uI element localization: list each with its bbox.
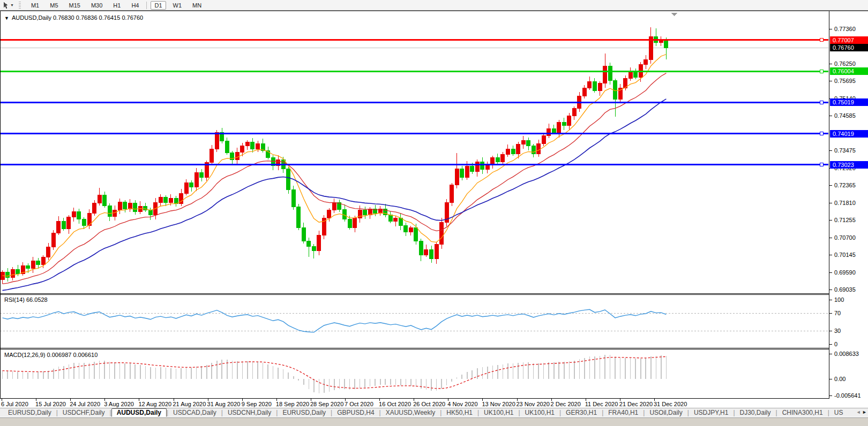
collapse-caret-icon[interactable]: ▼ — [4, 16, 9, 21]
tab-scroll-left-icon[interactable]: ◄ — [856, 409, 861, 415]
rsi-axis-label: 70 — [834, 310, 841, 316]
rsi-axis-tick — [829, 344, 832, 345]
tab-ger30-h1[interactable]: GER30,H1 — [561, 409, 602, 416]
symbol-period-label: AUDUSD,Daily — [12, 14, 51, 21]
status-strip — [0, 417, 868, 426]
timeframe-button-mn[interactable]: MN — [189, 1, 205, 10]
macd-axis-tick — [829, 395, 832, 396]
timeframe-button-w1[interactable]: W1 — [169, 1, 186, 10]
tab-us[interactable]: US — [829, 409, 848, 416]
candlestick-chart[interactable] — [0, 0, 829, 399]
price-tick — [829, 116, 832, 116]
price-tick-label: 0.72365 — [834, 182, 856, 188]
tab-audusd-daily[interactable]: AUDUSD,Daily — [111, 408, 167, 417]
timeframe-button-m5[interactable]: M5 — [46, 1, 62, 10]
date-label: 26 Oct 2020 — [413, 401, 445, 407]
date-label: 24 Jul 2020 — [70, 401, 100, 407]
rsi-value: 66.0528 — [26, 296, 48, 303]
toolbar-grip[interactable] — [19, 2, 21, 9]
price-tick-label: 0.74585 — [834, 112, 856, 119]
date-label: 13 Nov 2020 — [482, 401, 515, 407]
rsi-axis-tick — [829, 300, 832, 300]
tab-uk100-h1[interactable]: UK100,H1 — [479, 409, 518, 416]
macd-indicator-label: MACD(12,26,9) 0.006987 0.006610 — [4, 352, 98, 358]
rsi-indicator-label: RSI(14) 66.0528 — [4, 296, 48, 303]
date-label: 21 Aug 2020 — [173, 401, 206, 407]
tab-gbpusd-h4[interactable]: GBPUSD,H4 — [332, 409, 379, 416]
charts-cursor-tool-icon[interactable] — [2, 2, 10, 9]
date-label: 18 Sep 2020 — [276, 401, 309, 407]
price-tick-label: 0.75695 — [834, 78, 856, 84]
timeframe-button-h1[interactable]: H1 — [109, 1, 124, 10]
price-tick-label: 0.70145 — [834, 252, 856, 258]
price-tick — [829, 272, 832, 273]
date-label: 15 Jul 2020 — [35, 401, 66, 407]
timeframe-button-d1[interactable]: D1 — [151, 1, 166, 10]
tab-usdcnh-daily[interactable]: USDCNH,Daily — [223, 409, 276, 416]
price-tick — [829, 185, 832, 186]
tab-usoil-daily[interactable]: USOil,Daily — [645, 409, 687, 416]
price-marker-0.75019: 0.75019 — [830, 98, 868, 106]
price-axis[interactable]: 0.773600.762500.756950.751400.745850.734… — [829, 11, 868, 399]
price-tick-label: 0.71810 — [834, 200, 856, 206]
date-label: 2 Dec 2020 — [551, 401, 581, 407]
macd-axis-label: -0.005641 — [834, 392, 861, 399]
macd-axis-label: 0.008633 — [834, 351, 859, 357]
tab-scroll-right-icon[interactable]: ► — [862, 409, 867, 415]
price-marker-0.77007: 0.77007 — [830, 36, 868, 44]
date-label: 9 Sep 2020 — [242, 401, 272, 407]
tab-uk100-h1[interactable]: UK100,H1 — [520, 409, 559, 416]
date-label: 23 Nov 2020 — [517, 401, 550, 407]
price-tick-label: 0.77360 — [834, 26, 856, 32]
tab-eurusd-daily[interactable]: EURUSD,Daily — [3, 409, 56, 416]
price-tick — [829, 238, 832, 238]
tab-usdchf-daily[interactable]: USDCHF,Daily — [58, 409, 110, 416]
date-label: 28 Sep 2020 — [310, 401, 343, 407]
price-tick-label: 0.70700 — [834, 234, 856, 241]
rsi-axis-label: 0 — [834, 341, 837, 347]
date-label: 21 Dec 2020 — [619, 401, 653, 407]
price-tick-label: 0.69590 — [834, 269, 856, 276]
rsi-axis-label: 100 — [834, 296, 844, 303]
price-marker-0.73023: 0.73023 — [830, 161, 868, 169]
price-tick — [829, 290, 832, 290]
tab-hk50-h1[interactable]: HK50,H1 — [442, 409, 477, 416]
timeframe-button-h4[interactable]: H4 — [128, 1, 143, 10]
rsi-axis-label: 30 — [834, 328, 841, 334]
price-marker-0.76004: 0.76004 — [830, 67, 868, 75]
macd-axis-label: 0.00 — [834, 376, 845, 382]
price-tick — [829, 220, 832, 220]
price-tick-label: 0.76250 — [834, 60, 856, 67]
tab-usdjpy-h1[interactable]: USDJPY,H1 — [689, 409, 733, 416]
chart-title: ▼AUDUSD,Daily 0.76830 0.76836 0.76415 0.… — [4, 14, 143, 21]
date-label: 31 Aug 2020 — [207, 401, 241, 407]
tool-dropdown-caret-icon[interactable]: ▼ — [10, 3, 14, 7]
price-tick — [829, 64, 832, 64]
toolbar-divider — [146, 2, 147, 9]
tab-fra40-h1[interactable]: FRA40,H1 — [603, 409, 643, 416]
rsi-axis-tick — [829, 331, 832, 331]
price-tick-label: 0.69035 — [834, 286, 856, 293]
price-tick — [829, 255, 832, 255]
macd-axis-tick — [829, 354, 832, 354]
rsi-axis-tick — [829, 313, 832, 314]
tab-xauusd-weekly[interactable]: XAUUSD,Weekly — [381, 409, 440, 416]
price-tick — [829, 29, 832, 29]
tab-dj30-daily[interactable]: DJ30,Daily — [735, 409, 776, 416]
price-tick-label: 0.73475 — [834, 147, 856, 154]
price-tick-label: 0.71255 — [834, 217, 856, 223]
timeframe-button-m1[interactable]: M1 — [27, 1, 43, 10]
ohlc-quote-values: 0.76830 0.76836 0.76415 0.76760 — [53, 14, 143, 21]
price-tick — [829, 203, 832, 203]
macd-axis-tick — [829, 379, 832, 379]
tab-scroll-arrows[interactable]: ◄ ► — [854, 409, 867, 415]
time-axis[interactable]: 6 Jul 202015 Jul 202024 Jul 20203 Aug 20… — [0, 399, 868, 408]
timeframe-button-m15[interactable]: M15 — [65, 1, 84, 10]
tab-eurusd-daily[interactable]: EURUSD,Daily — [278, 409, 331, 416]
date-label: 11 Dec 2020 — [585, 401, 618, 407]
timeframe-button-m30[interactable]: M30 — [87, 1, 106, 10]
date-label: 7 Oct 2020 — [345, 401, 373, 407]
date-label: 3 Aug 2020 — [104, 401, 134, 407]
tab-china300-h1[interactable]: CHINA300,H1 — [777, 409, 828, 416]
tab-usdcad-daily[interactable]: USDCAD,Daily — [168, 409, 221, 416]
